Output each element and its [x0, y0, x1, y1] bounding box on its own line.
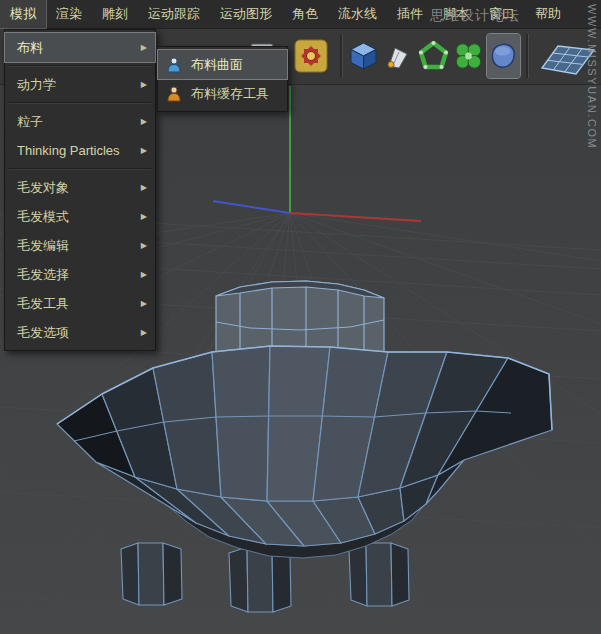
toolbar-button-pen[interactable] [382, 34, 415, 78]
submenu-arrow-icon: ▶ [137, 328, 147, 337]
menu-item-label: 毛发对象 [17, 179, 137, 197]
toolbar-divider [340, 34, 343, 78]
menu-item-label: 毛发选项 [17, 324, 137, 342]
menu-item-cloth[interactable]: 布料 ▶ [5, 33, 155, 62]
submenu-arrow-icon: ▶ [137, 270, 147, 279]
pen-tool-icon [382, 39, 415, 73]
menubar-item-pipeline[interactable]: 流水线 [328, 0, 387, 28]
submenu-item-cloth-surface[interactable]: 布料曲面 [158, 50, 287, 79]
inner-cup-mesh[interactable] [216, 281, 384, 352]
menu-item-label: 毛发编辑 [17, 237, 137, 255]
mograph-clover-icon [452, 39, 485, 73]
menubar-item-character[interactable]: 角色 [282, 0, 328, 28]
submenu-arrow-icon: ▶ [137, 212, 147, 221]
menu-item-particles[interactable]: 粒子 ▶ [5, 107, 155, 136]
menu-item-hair-select[interactable]: 毛发选择 ▶ [5, 260, 155, 289]
axis-z-blue [213, 201, 290, 213]
toolbar-button-mograph[interactable] [452, 34, 485, 78]
site-watermark-text: WWW.MISSYUAN.COM [586, 4, 598, 149]
toolbar-button-ngon[interactable] [417, 34, 450, 78]
menu-separator [5, 62, 155, 70]
cube-primitive-icon [347, 39, 380, 73]
menubar-item-simulate[interactable]: 模拟 [0, 0, 46, 28]
ngon-spline-icon [417, 39, 450, 73]
menu-item-label: 动力学 [17, 76, 137, 94]
cloth-cache-figure-icon [164, 84, 184, 104]
forum-watermark-text: 思维设计论坛 [430, 7, 520, 25]
menu-item-label: 布料 [17, 39, 137, 57]
menubar-item-motion-tracking[interactable]: 运动跟踪 [138, 0, 210, 28]
menu-item-dynamics[interactable]: 动力学 ▶ [5, 70, 155, 99]
toolbar-button-simulation[interactable] [288, 34, 334, 78]
menu-item-label: Thinking Particles [17, 143, 137, 158]
menubar-item-sculpt[interactable]: 雕刻 [92, 0, 138, 28]
submenu-arrow-icon: ▶ [137, 117, 147, 126]
submenu-item-cloth-cache-tool[interactable]: 布料缓存工具 [158, 79, 287, 108]
menu-item-label: 毛发选择 [17, 266, 137, 284]
bowl-mesh[interactable] [57, 346, 552, 558]
menu-item-thinking-particles[interactable]: Thinking Particles ▶ [5, 136, 155, 165]
menu-item-hair-tools[interactable]: 毛发工具 ▶ [5, 289, 155, 318]
explosion-burst-icon [292, 37, 330, 75]
cloth-surface-figure-icon [164, 55, 184, 75]
submenu-arrow-icon: ▶ [137, 241, 147, 250]
menu-item-hair-edit[interactable]: 毛发编辑 ▶ [5, 231, 155, 260]
simulate-menu-dropdown: 布料 ▶ 动力学 ▶ 粒子 ▶ Thinking Particles ▶ 毛发对… [4, 29, 156, 351]
menu-item-label: 毛发工具 [17, 295, 137, 313]
toolbar-divider [526, 34, 529, 78]
submenu-item-label: 布料缓存工具 [191, 85, 269, 103]
menubar-item-render[interactable]: 渲染 [46, 0, 92, 28]
menubar-item-plugins[interactable]: 插件 [387, 0, 433, 28]
submenu-arrow-icon: ▶ [137, 183, 147, 192]
menu-item-label: 粒子 [17, 113, 137, 131]
menubar-item-help[interactable]: 帮助 [525, 0, 571, 28]
toolbar-button-sculpt[interactable] [487, 34, 520, 78]
submenu-arrow-icon: ▶ [137, 299, 147, 308]
menu-item-hair-options[interactable]: 毛发选项 ▶ [5, 318, 155, 347]
menu-item-label: 毛发模式 [17, 208, 137, 226]
cloth-submenu: 布料曲面 布料缓存工具 [157, 46, 288, 112]
menu-separator [5, 165, 155, 173]
menubar-item-mograph[interactable]: 运动图形 [210, 0, 282, 28]
submenu-arrow-icon: ▶ [137, 43, 147, 52]
menu-separator [5, 99, 155, 107]
menu-item-hair-mode[interactable]: 毛发模式 ▶ [5, 202, 155, 231]
menu-item-hair-objects[interactable]: 毛发对象 ▶ [5, 173, 155, 202]
toolbar-button-cube[interactable] [347, 34, 380, 78]
submenu-arrow-icon: ▶ [137, 146, 147, 155]
submenu-item-label: 布料曲面 [191, 56, 243, 74]
submenu-arrow-icon: ▶ [137, 80, 147, 89]
sculpt-blob-icon [487, 39, 520, 73]
